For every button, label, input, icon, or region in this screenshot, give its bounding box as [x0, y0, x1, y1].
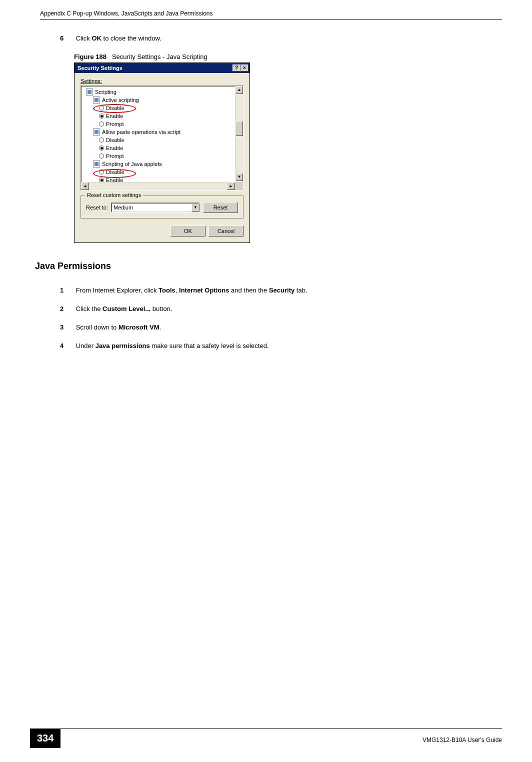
- radio-prompt[interactable]: Prompt: [86, 152, 243, 160]
- scroll-left-icon[interactable]: ◄: [81, 182, 89, 190]
- reset-to-label: Reset to:: [86, 204, 108, 210]
- radio-icon: [99, 114, 104, 118]
- step-number: 2: [60, 305, 74, 312]
- settings-tree-box: Scripting Active scripting Disable Enabl…: [80, 86, 244, 190]
- figure-caption: Figure 188 Security Settings - Java Scri…: [74, 53, 502, 60]
- tree-label: Allow paste operations via script: [102, 129, 180, 135]
- step-3: 3 Scroll down to Microsoft VM.: [60, 324, 502, 331]
- radio-prompt[interactable]: Prompt: [86, 120, 243, 128]
- chevron-down-icon[interactable]: ▼: [192, 204, 200, 212]
- radio-icon: [99, 122, 104, 126]
- step-text-part: make sure that a safety level is selecte…: [150, 342, 269, 350]
- step-text-part: button.: [150, 305, 172, 312]
- tree-node-active-scripting: Active scripting: [86, 96, 243, 104]
- step-text-bold: Tools: [158, 286, 176, 294]
- radio-icon: [99, 138, 104, 142]
- radio-enable[interactable]: Enable: [86, 112, 243, 120]
- radio-label: Prompt: [106, 121, 124, 127]
- radio-label: Disable: [106, 137, 124, 143]
- radio-label: Prompt: [106, 153, 124, 159]
- radio-label: Disable: [106, 105, 124, 111]
- radio-icon: [99, 106, 104, 110]
- document-icon: [93, 128, 100, 136]
- document-icon: [86, 88, 93, 96]
- close-icon[interactable]: ×: [240, 64, 248, 72]
- tree-label: Active scripting: [102, 97, 139, 103]
- section-heading-java-permissions: Java Permissions: [35, 261, 502, 272]
- fieldset-legend: Reset custom settings: [85, 192, 143, 198]
- step-text-bold: Internet Options: [179, 286, 229, 294]
- step-1: 1 From Internet Explorer, click Tools, I…: [60, 286, 502, 294]
- step-number: 6: [60, 34, 74, 42]
- dialog-body: Settings: Scripting Active scripting Dis…: [74, 73, 250, 242]
- step-text-bold: Security: [269, 286, 294, 294]
- radio-disable[interactable]: Disable: [86, 136, 243, 144]
- titlebar-buttons: ? ×: [232, 64, 248, 72]
- document-icon: [93, 160, 100, 168]
- figure-label: Figure 188: [74, 53, 106, 60]
- scroll-up-icon[interactable]: ▲: [236, 86, 243, 94]
- document-icon: [93, 96, 100, 104]
- tree-node-scripting-java: Scripting of Java applets: [86, 160, 243, 168]
- step-text-part: .: [160, 324, 162, 331]
- reset-button[interactable]: Reset: [203, 202, 238, 213]
- scroll-thumb[interactable]: [236, 121, 243, 136]
- page-number: 334: [30, 728, 60, 748]
- figure-image: Security Settings ? × Settings: Scriptin…: [74, 62, 502, 243]
- radio-disable[interactable]: Disable: [86, 168, 243, 176]
- running-header: Appendix C Pop-up Windows, JavaScripts a…: [40, 10, 502, 20]
- dropdown-value: Medium: [114, 204, 133, 210]
- step-number: 3: [60, 324, 74, 331]
- step-text-bold: OK: [92, 34, 102, 42]
- step-4: 4 Under Java permissions make sure that …: [60, 342, 502, 350]
- step-text-bold: Microsoft VM: [118, 324, 160, 331]
- reset-level-dropdown[interactable]: Medium ▼: [111, 202, 200, 212]
- step-text-part: Under: [76, 342, 96, 350]
- radio-disable[interactable]: Disable: [86, 104, 243, 112]
- dialog-footer: OK Cancel: [80, 226, 244, 236]
- tree-label: Scripting: [95, 89, 116, 95]
- step-text-part: ,: [176, 286, 179, 294]
- step-text-part: tab.: [294, 286, 307, 294]
- step-number: 1: [60, 286, 74, 294]
- step-text-part: Click the: [76, 305, 102, 312]
- step-text-part: Click: [76, 34, 92, 42]
- help-icon[interactable]: ?: [232, 64, 240, 72]
- radio-label: Disable: [106, 169, 124, 175]
- tree-content: Scripting Active scripting Disable Enabl…: [81, 88, 243, 190]
- figure-caption-text: Security Settings - Java Scripting: [112, 53, 208, 60]
- step-text-bold: Custom Level...: [102, 305, 150, 312]
- radio-label: Enable: [106, 145, 123, 151]
- radio-enable[interactable]: Enable: [86, 144, 243, 152]
- dialog-titlebar: Security Settings ? ×: [74, 63, 250, 73]
- vertical-scrollbar[interactable]: ▲ ▼: [235, 86, 243, 181]
- step-2: 2 Click the Custom Level... button.: [60, 305, 502, 312]
- tree-node-scripting: Scripting: [86, 88, 243, 96]
- tree-node-allow-paste: Allow paste operations via script: [86, 128, 243, 136]
- dialog-title: Security Settings: [78, 65, 122, 71]
- horizontal-scrollbar[interactable]: ◄ ►: [81, 182, 235, 190]
- step-text-part: to close the window.: [102, 34, 162, 42]
- step-text-part: and then the: [229, 286, 269, 294]
- scroll-corner: [235, 182, 243, 190]
- step-text-part: From Internet Explorer, click: [76, 286, 158, 294]
- scroll-down-icon[interactable]: ▼: [236, 173, 243, 181]
- reset-row: Reset to: Medium ▼ Reset: [86, 202, 238, 213]
- step-6: 6 Click OK to close the window.: [60, 34, 502, 42]
- security-settings-dialog: Security Settings ? × Settings: Scriptin…: [74, 62, 250, 243]
- step-text-bold: Java permissions: [96, 342, 150, 350]
- page-footer: 334 VMG1312-B10A User's Guide: [30, 728, 502, 748]
- tree-label: Scripting of Java applets: [102, 161, 162, 167]
- step-number: 4: [60, 342, 74, 350]
- ok-button[interactable]: OK: [170, 226, 206, 236]
- step-text-part: Scroll down to: [76, 324, 118, 331]
- footer-guide-name: VMG1312-B10A User's Guide: [60, 734, 502, 744]
- reset-fieldset: Reset custom settings Reset to: Medium ▼…: [80, 196, 244, 218]
- radio-label: Enable: [106, 113, 123, 119]
- radio-icon: [99, 146, 104, 150]
- radio-icon: [99, 170, 104, 174]
- cancel-button[interactable]: Cancel: [208, 226, 244, 236]
- radio-icon: [99, 154, 104, 158]
- settings-label: Settings:: [80, 78, 244, 84]
- scroll-right-icon[interactable]: ►: [227, 182, 235, 190]
